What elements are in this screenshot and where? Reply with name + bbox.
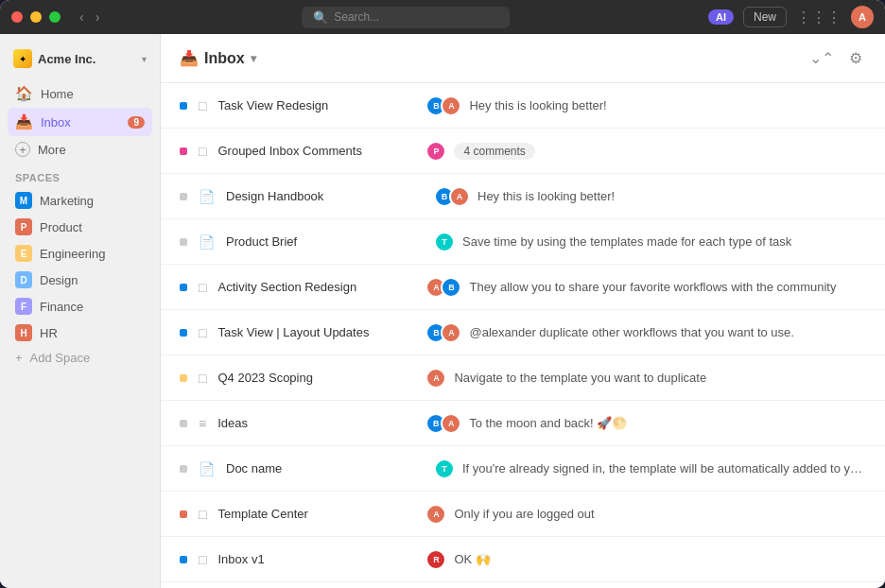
sidebar-item-inbox[interactable]: 📥 Inbox 9 (8, 108, 152, 136)
avatar: T (434, 232, 455, 252)
avatar: A (441, 95, 461, 116)
inbox-title-text: Inbox (204, 50, 245, 67)
row-content: A B They allow you to share your favorit… (425, 277, 866, 298)
nav-back-forward: ‹ › (76, 8, 103, 26)
doc-icon: 📄 (199, 461, 215, 476)
page-title: 📥 Inbox ▾ (180, 49, 256, 67)
table-row[interactable]: □ Template Center A Only if you are logg… (161, 492, 885, 537)
add-space-button[interactable]: + Add Space (0, 346, 160, 370)
avatar-group: B A (425, 413, 461, 434)
table-row[interactable]: □ Q4 2023 Scoping A Navigate to the temp… (161, 355, 885, 401)
search-placeholder: Search... (334, 10, 379, 24)
table-row[interactable]: 📄 Product Brief T Save time by using the… (161, 219, 885, 265)
row-title: Task View Redesign (217, 98, 425, 112)
close-button[interactable] (11, 11, 23, 23)
avatar: A (441, 322, 461, 343)
row-title: Doc name (226, 461, 434, 476)
workspace-chevron-icon: ▾ (142, 54, 147, 64)
ai-badge: AI (708, 9, 734, 25)
row-content: T Save time by using the templates made … (434, 232, 866, 252)
sidebar-item-marketing[interactable]: M Marketing (8, 187, 152, 214)
table-row[interactable]: □ Task View | Layout Updates B A @alexan… (161, 310, 885, 355)
user-avatar[interactable]: A (851, 6, 874, 28)
row-message: To the moon and back! 🚀🌕 (469, 416, 627, 430)
avatar-group: T (434, 458, 455, 479)
row-content: A Only if you are logged out (425, 504, 866, 525)
row-title: Activity Section Redesign (217, 280, 425, 294)
row-content: A Navigate to the template you want to d… (425, 368, 866, 389)
table-row[interactable]: 📄 Design Handbook B A Hey this is lookin… (161, 174, 885, 219)
row-message: They allow you to share your favorite wo… (469, 280, 836, 294)
sidebar-item-more[interactable]: + More (8, 136, 152, 163)
table-row[interactable]: 📄 Doc name T If you're already signed in… (161, 446, 885, 492)
sort-button[interactable]: ⌄⌃ (806, 45, 838, 71)
row-indicator (180, 238, 187, 246)
maximize-button[interactable] (49, 11, 61, 23)
avatar-group: B A (434, 186, 470, 207)
comments-badge: 4 comments (454, 143, 534, 160)
row-indicator (180, 284, 187, 291)
row-message: Save time by using the templates made fo… (462, 234, 791, 249)
row-indicator (180, 193, 187, 200)
search-area: 🔍 Search... (111, 7, 701, 28)
sidebar-item-finance[interactable]: F Finance (8, 293, 152, 320)
sidebar-item-inbox-label: Inbox (41, 115, 71, 130)
avatar: A (449, 186, 470, 207)
hr-label: HR (40, 326, 58, 340)
row-indicator (180, 510, 187, 518)
avatar-group: A (425, 368, 446, 389)
row-title: Inbox v1 (217, 552, 425, 566)
back-button[interactable]: ‹ (76, 8, 88, 26)
finance-label: Finance (40, 300, 83, 314)
table-row[interactable]: □ Activity Section Redesign A B They all… (161, 265, 885, 310)
row-indicator (180, 465, 187, 473)
table-row[interactable]: □ Grouped Inbox Comments P 4 comments (161, 129, 885, 174)
search-icon: 🔍 (313, 10, 328, 25)
sidebar-item-home[interactable]: 🏠 Home (8, 79, 152, 108)
sidebar-item-product[interactable]: P Product (8, 214, 152, 240)
minimize-button[interactable] (30, 11, 42, 23)
sidebar-item-engineering[interactable]: E Engineering (8, 240, 152, 267)
search-box[interactable]: 🔍 Search... (302, 7, 510, 28)
inbox-icon: 📥 (15, 113, 33, 130)
inbox-title-icon: 📥 (180, 49, 199, 67)
titlebar-actions: AI New ⋮⋮⋮ A (708, 6, 874, 28)
plus-icon: + (15, 351, 23, 365)
inbox-list: □ Task View Redesign B A Hey this is loo… (161, 83, 885, 588)
design-label: Design (40, 273, 78, 287)
task-icon: □ (199, 371, 206, 386)
row-message: Only if you are logged out (454, 507, 594, 521)
add-space-label: Add Space (30, 351, 91, 365)
inbox-badge: 9 (128, 116, 145, 129)
row-title: Design Handbook (226, 189, 434, 203)
sidebar-nav: 🏠 Home 📥 Inbox 9 + More (0, 79, 160, 163)
avatar-group: B A (425, 95, 461, 116)
workspace-name: Acme Inc. (38, 52, 95, 66)
row-message: Hey this is looking better! (469, 98, 606, 112)
row-content: R OK 🙌 (425, 549, 866, 570)
table-row[interactable]: ≡ Ideas B A To the moon and back! 🚀🌕 (161, 401, 885, 446)
table-row[interactable]: □ Inbox v1 R OK 🙌 (161, 537, 885, 582)
sidebar-item-design[interactable]: D Design (8, 267, 152, 293)
forward-button[interactable]: › (92, 8, 104, 26)
avatar-group: P (425, 141, 446, 162)
avatar: P (425, 141, 446, 162)
engineering-label: Engineering (40, 247, 105, 261)
settings-button[interactable]: ⚙ (845, 45, 866, 71)
titlebar: ‹ › 🔍 Search... AI New ⋮⋮⋮ A (0, 0, 885, 34)
sidebar-item-hr[interactable]: H HR (8, 320, 152, 346)
new-button[interactable]: New (743, 7, 787, 27)
workspace-header[interactable]: ✦ Acme Inc. ▾ (0, 45, 160, 79)
row-indicator (180, 102, 187, 110)
row-content: B A Hey this is looking better! (425, 95, 866, 116)
title-chevron-icon: ▾ (251, 52, 256, 65)
avatar-group: R (425, 549, 446, 570)
hr-dot: H (15, 324, 32, 341)
avatar: B (441, 277, 461, 298)
row-indicator (180, 420, 187, 427)
avatar: R (425, 549, 446, 570)
product-dot: P (15, 218, 32, 235)
grid-icon[interactable]: ⋮⋮⋮ (796, 9, 842, 26)
table-row[interactable]: □ Task View Redesign B A Hey this is loo… (161, 83, 885, 129)
row-message: Navigate to the template you want to dup… (454, 371, 706, 385)
